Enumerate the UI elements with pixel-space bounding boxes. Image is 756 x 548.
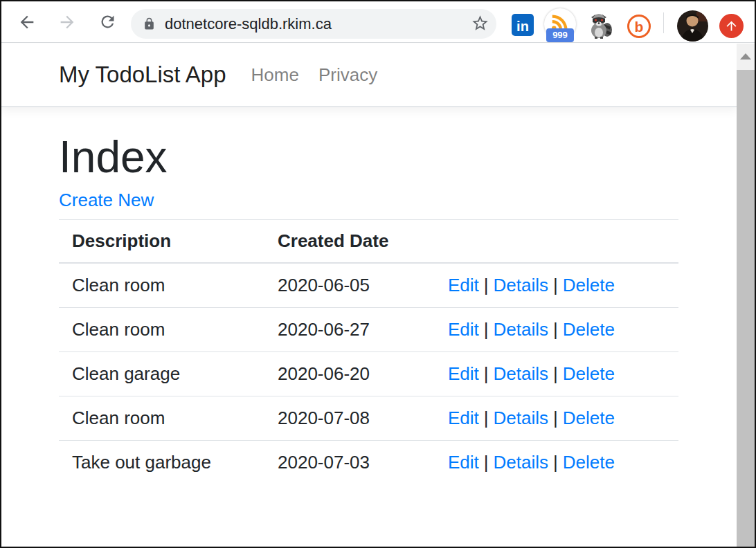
delete-link[interactable]: Delete [563, 408, 615, 428]
site-brand-link[interactable]: My TodoList App [59, 62, 226, 88]
scrollbar-thumb[interactable] [737, 70, 755, 547]
raccoon-extension-icon[interactable] [587, 12, 613, 39]
details-link[interactable]: Details [494, 363, 548, 384]
description-cell: Clean room [59, 307, 264, 351]
site-navbar: My TodoList App Home Privacy [1, 44, 737, 107]
description-cell: Clean garage [59, 351, 264, 396]
delete-link[interactable]: Delete [563, 363, 615, 384]
browser-toolbar: dotnetcore-sqldb.rkim.ca in 999 [1, 1, 755, 43]
url-text[interactable]: dotnetcore-sqldb.rkim.ca [165, 15, 471, 33]
back-arrow-icon [17, 12, 37, 34]
actions-cell: Edit|Details|Delete [435, 351, 678, 396]
edit-link[interactable]: Edit [448, 363, 479, 384]
details-link[interactable]: Details [494, 408, 548, 428]
main-content: Index Create New Description Created Dat… [59, 109, 678, 484]
table-row: Clean room 2020-06-27 Edit|Details|Delet… [59, 307, 678, 351]
table-header-row: Description Created Date [59, 219, 678, 263]
delete-link[interactable]: Delete [563, 452, 615, 473]
create-new-link[interactable]: Create New [59, 190, 154, 211]
edit-link[interactable]: Edit [448, 275, 479, 295]
reload-icon [98, 12, 117, 33]
action-separator: | [553, 363, 558, 384]
browser-window: dotnetcore-sqldb.rkim.ca in 999 [0, 0, 756, 548]
rss-unread-badge: 999 [546, 28, 574, 42]
created-date-cell: 2020-07-08 [264, 396, 435, 440]
action-separator: | [484, 408, 489, 428]
up-arrow-extension-icon[interactable] [719, 14, 744, 38]
forward-button[interactable] [55, 11, 79, 35]
table-row: Take out garbage 2020-07-03 Edit|Details… [59, 440, 678, 484]
details-link[interactable]: Details [494, 452, 548, 473]
edit-link[interactable]: Edit [448, 408, 479, 428]
column-header-created-date: Created Date [264, 219, 435, 263]
bitly-extension-icon[interactable]: b [627, 15, 651, 38]
column-header-description: Description [59, 219, 264, 263]
action-separator: | [553, 319, 558, 340]
delete-link[interactable]: Delete [563, 275, 615, 295]
edit-link[interactable]: Edit [448, 452, 479, 473]
delete-link[interactable]: Delete [563, 319, 615, 340]
back-button[interactable] [15, 11, 39, 35]
description-cell: Take out garbage [59, 440, 264, 484]
action-separator: | [553, 452, 558, 473]
profile-avatar[interactable] [677, 10, 708, 42]
actions-cell: Edit|Details|Delete [435, 263, 678, 308]
page-title: Index [59, 131, 678, 184]
action-separator: | [484, 275, 489, 295]
description-cell: Clean room [59, 396, 264, 440]
action-separator: | [484, 363, 489, 384]
table-row: Clean room 2020-06-05 Edit|Details|Delet… [59, 263, 678, 308]
created-date-cell: 2020-06-27 [264, 307, 435, 351]
actions-cell: Edit|Details|Delete [435, 396, 678, 440]
rss-extension-icon[interactable]: 999 [544, 8, 576, 40]
action-separator: | [484, 319, 489, 340]
star-icon [471, 14, 489, 35]
table-row: Clean room 2020-07-08 Edit|Details|Delet… [59, 396, 678, 440]
bookmark-star-button[interactable] [471, 14, 489, 35]
details-link[interactable]: Details [494, 275, 548, 295]
details-link[interactable]: Details [494, 319, 548, 340]
reload-button[interactable] [96, 11, 119, 35]
scrollbar-up-button[interactable] [737, 44, 755, 69]
created-date-cell: 2020-07-03 [264, 440, 435, 484]
action-separator: | [484, 452, 489, 473]
created-date-cell: 2020-06-20 [264, 351, 435, 396]
lock-icon [143, 17, 156, 30]
forward-arrow-icon [57, 12, 77, 34]
actions-cell: Edit|Details|Delete [435, 307, 678, 351]
actions-cell: Edit|Details|Delete [435, 440, 678, 484]
created-date-cell: 2020-06-05 [264, 263, 435, 308]
linkedin-extension-icon[interactable]: in [512, 14, 534, 36]
address-bar[interactable]: dotnetcore-sqldb.rkim.ca [131, 9, 496, 39]
column-header-actions [435, 219, 678, 263]
table-row: Clean garage 2020-06-20 Edit|Details|Del… [59, 351, 678, 396]
action-separator: | [553, 275, 558, 295]
nav-link-privacy[interactable]: Privacy [309, 64, 387, 86]
scrollbar[interactable] [737, 44, 755, 547]
edit-link[interactable]: Edit [448, 319, 479, 340]
nav-link-home[interactable]: Home [242, 64, 309, 86]
todo-table: Description Created Date Clean room 2020… [59, 219, 678, 484]
scroll-up-icon [740, 53, 751, 60]
action-separator: | [553, 408, 558, 428]
toolbar-divider [663, 12, 664, 33]
description-cell: Clean room [59, 263, 264, 308]
